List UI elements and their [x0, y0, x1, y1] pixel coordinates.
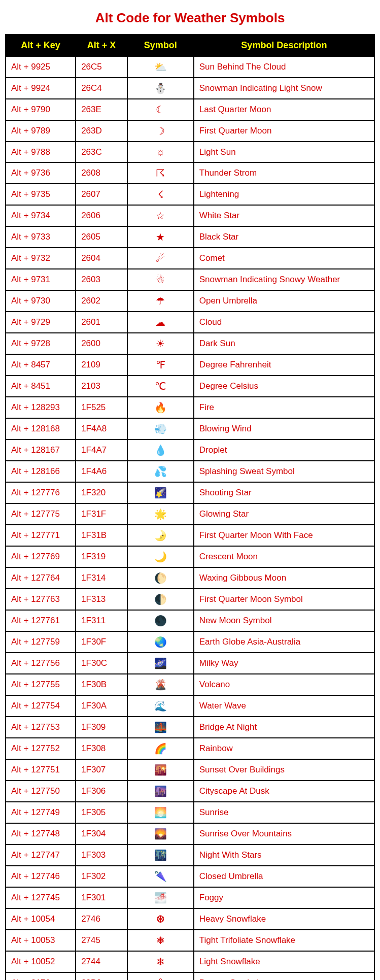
cell-description: Night With Stars [194, 844, 374, 866]
cell-alt-x: 1F313 [76, 589, 127, 610]
cell-symbol: 🌓 [127, 589, 194, 610]
cell-alt-x: 2103 [76, 376, 127, 397]
cell-alt-key: Alt + 9735 [6, 184, 76, 205]
table-row: Alt + 97352607☇Lightening [6, 184, 374, 205]
cell-alt-key: Alt + 128168 [6, 418, 76, 440]
cell-symbol: ℃ [127, 376, 194, 397]
cell-alt-key: Alt + 127761 [6, 610, 76, 631]
cell-description: Blowing Wind [194, 418, 374, 440]
cell-alt-key: Alt + 127746 [6, 866, 76, 887]
cell-symbol: 🌃 [127, 844, 194, 866]
cell-symbol: 🌏 [127, 631, 194, 653]
cell-description: Sunrise [194, 802, 374, 823]
cell-alt-x: 1F314 [76, 567, 127, 589]
cell-symbol: ★ [127, 226, 194, 248]
cell-alt-key: Alt + 8451 [6, 376, 76, 397]
table-row: Alt + 97342606☆White Star [6, 205, 374, 226]
header-alt-x: Alt + X [76, 35, 127, 56]
table-row: Alt + 84512103℃Degree Celsius [6, 376, 374, 397]
table-row: Alt + 1277461F302🌂Closed Umbrella [6, 866, 374, 887]
cell-description: Dark Sun [194, 333, 374, 354]
table-row: Alt + 97302602☂Open Umbrella [6, 290, 374, 312]
table-row: Alt + 1277641F314🌔Waxing Gibbous Moon [6, 567, 374, 589]
table-row: Alt + 1282931F525🔥Fire [6, 397, 374, 418]
cell-description: Milky Way [194, 653, 374, 674]
cell-symbol: ☂ [127, 290, 194, 312]
cell-description: First Quarter Moon With Face [194, 525, 374, 546]
table-row: Alt + 1277471F303🌃Night With Stars [6, 844, 374, 866]
cell-symbol: 🌟 [127, 503, 194, 525]
cell-symbol: 🌔 [127, 567, 194, 589]
table-row: Alt + 1277691F319🌙Crescent Moon [6, 546, 374, 567]
cell-description: Sunset Over Buildings [194, 759, 374, 781]
cell-alt-x: 1F304 [76, 823, 127, 844]
cell-alt-key: Alt + 10053 [6, 930, 76, 951]
table-row: Alt + 1277551F30B🌋Volcano [6, 674, 374, 695]
cell-description: Black Star [194, 226, 374, 248]
cell-alt-x: 1F319 [76, 546, 127, 567]
table-row: Alt + 1277451F301🌁Foggy [6, 887, 374, 908]
cell-symbol: 🌅 [127, 802, 194, 823]
cell-symbol: 🌙 [127, 546, 194, 567]
table-row: Alt + 97362608☈Thunder Strom [6, 162, 374, 184]
cell-alt-key: Alt + 127759 [6, 631, 76, 653]
cell-description: Water Wave [194, 695, 374, 717]
cell-symbol: ° [127, 972, 194, 980]
cell-description: Cityscape At Dusk [194, 781, 374, 802]
cell-symbol: 🌇 [127, 759, 194, 781]
cell-description: Earth Globe Asia-Australia [194, 631, 374, 653]
cell-alt-x: 1F31B [76, 525, 127, 546]
cell-symbol: 🌉 [127, 717, 194, 738]
table-row: Alt + 1281661F4A6💦Splashing Sweat Symbol [6, 461, 374, 482]
cell-alt-x: 26C4 [76, 78, 127, 99]
cell-description: Closed Umbrella [194, 866, 374, 887]
cell-alt-x: 2607 [76, 184, 127, 205]
cell-symbol: ☾ [127, 99, 194, 120]
cell-symbol: 🌄 [127, 823, 194, 844]
cell-alt-x: 263D [76, 120, 127, 142]
cell-description: Lightening [194, 184, 374, 205]
table-row: Alt + 97322604☄Comet [6, 248, 374, 269]
cell-symbol: 🌌 [127, 653, 194, 674]
table-row: Alt + 100522744❄Light Snowflake [6, 951, 374, 972]
cell-description: Sun Behind The Cloud [194, 56, 374, 78]
cell-description: Shooting Star [194, 482, 374, 503]
cell-alt-key: Alt + 127750 [6, 781, 76, 802]
cell-alt-x: 2601 [76, 312, 127, 333]
cell-description: Comet [194, 248, 374, 269]
cell-symbol: ☈ [127, 162, 194, 184]
cell-description: Snowman Indicating Snowy Weather [194, 269, 374, 290]
cell-description: Droplet [194, 440, 374, 461]
cell-description: Degree Fahrenheit [194, 354, 374, 376]
cell-description: Glowing Star [194, 503, 374, 525]
cell-alt-x: 00B0 [76, 972, 127, 980]
cell-alt-key: Alt + 128293 [6, 397, 76, 418]
cell-description: Last Quarter Moon [194, 99, 374, 120]
cell-description: First Quarter Moon [194, 120, 374, 142]
alt-code-table: Alt + Key Alt + X Symbol Symbol Descript… [5, 34, 375, 980]
cell-symbol: ⛅ [127, 56, 194, 78]
table-row: Alt + 1277611F311🌑New Moon Symbol [6, 610, 374, 631]
cell-alt-x: 1F305 [76, 802, 127, 823]
table-row: Alt + 9790263E☾Last Quarter Moon [6, 99, 374, 120]
cell-alt-key: Alt + 9728 [6, 333, 76, 354]
cell-description: Light Sun [194, 142, 374, 162]
table-row: Alt + 97332605★Black Star [6, 226, 374, 248]
cell-symbol: 🌠 [127, 482, 194, 503]
table-row: Alt + 100542746❆Heavy Snowflake [6, 908, 374, 930]
cell-alt-x: 1F4A6 [76, 461, 127, 482]
cell-alt-x: 1F311 [76, 610, 127, 631]
table-row: Alt + 97312603☃Snowman Indicating Snowy … [6, 269, 374, 290]
cell-alt-x: 1F307 [76, 759, 127, 781]
cell-symbol: 🌛 [127, 525, 194, 546]
table-row: Alt + 1277761F320🌠Shooting Star [6, 482, 374, 503]
table-row: Alt + 992426C4⛄Snowman Indicating Light … [6, 78, 374, 99]
cell-alt-key: Alt + 127775 [6, 503, 76, 525]
cell-description: Heavy Snowflake [194, 908, 374, 930]
cell-alt-x: 1F320 [76, 482, 127, 503]
cell-symbol: 🌑 [127, 610, 194, 631]
cell-alt-x: 1F4A8 [76, 418, 127, 440]
cell-description: Light Snowflake [194, 951, 374, 972]
table-row: Alt + 100532745❅Tight Trifoliate Snowfla… [6, 930, 374, 951]
cell-alt-x: 2605 [76, 226, 127, 248]
